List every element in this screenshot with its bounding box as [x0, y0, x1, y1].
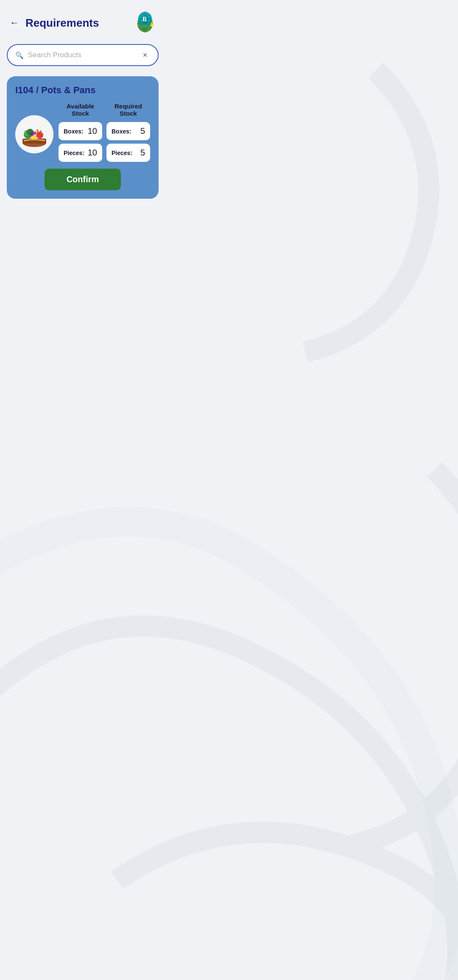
search-container: 🔍 × — [7, 44, 159, 66]
available-pieces-label: Pieces: — [64, 150, 84, 156]
product-header: I104 / Pots & Pans — [15, 85, 150, 96]
required-pieces-value: 5 — [140, 148, 145, 158]
product-image — [15, 115, 53, 153]
available-stock-label: Available Stock — [59, 103, 102, 117]
required-pieces-field: Pieces: 5 — [106, 144, 150, 162]
required-pieces-label: Pieces: — [112, 150, 132, 156]
product-card: I104 / Pots & Pans — [7, 76, 159, 199]
available-stock-column: Available Stock Boxes: 10 Pieces: 10 — [59, 103, 102, 162]
available-boxes-field: Boxes: 10 — [59, 122, 102, 140]
search-input[interactable] — [28, 51, 136, 59]
page-title: Requirements — [25, 17, 133, 30]
required-stock-label: Required Stock — [106, 103, 150, 117]
available-pieces-value: 10 — [88, 148, 97, 158]
search-bar: 🔍 × — [7, 44, 159, 66]
confirm-button[interactable]: Confirm — [45, 169, 121, 190]
back-button[interactable]: ← — [7, 15, 22, 31]
available-boxes-label: Boxes: — [64, 128, 84, 135]
stock-section: Available Stock Boxes: 10 Pieces: 10 Req… — [15, 103, 150, 162]
clear-search-button[interactable]: × — [140, 50, 150, 60]
clear-icon: × — [143, 51, 148, 60]
required-boxes-label: Boxes: — [112, 128, 131, 135]
required-stock-column: Required Stock Boxes: 5 Pieces: 5 — [106, 103, 150, 162]
available-pieces-field: Pieces: 10 — [59, 144, 102, 162]
stock-columns: Available Stock Boxes: 10 Pieces: 10 Req… — [59, 103, 150, 162]
product-image-icon — [15, 115, 53, 153]
back-arrow-icon: ← — [10, 17, 19, 28]
svg-point-18 — [33, 131, 36, 135]
logo-container: B — [133, 10, 159, 36]
available-boxes-value: 10 — [88, 126, 97, 136]
search-icon: 🔍 — [15, 51, 24, 59]
app-logo-icon: B — [133, 10, 159, 36]
svg-point-15 — [36, 132, 43, 139]
confirm-section: Confirm — [15, 169, 150, 190]
header: ← Requirements B — [7, 7, 159, 36]
required-boxes-field: Boxes: 5 — [106, 122, 150, 140]
svg-text:B: B — [142, 16, 147, 22]
required-boxes-value: 5 — [140, 126, 145, 136]
